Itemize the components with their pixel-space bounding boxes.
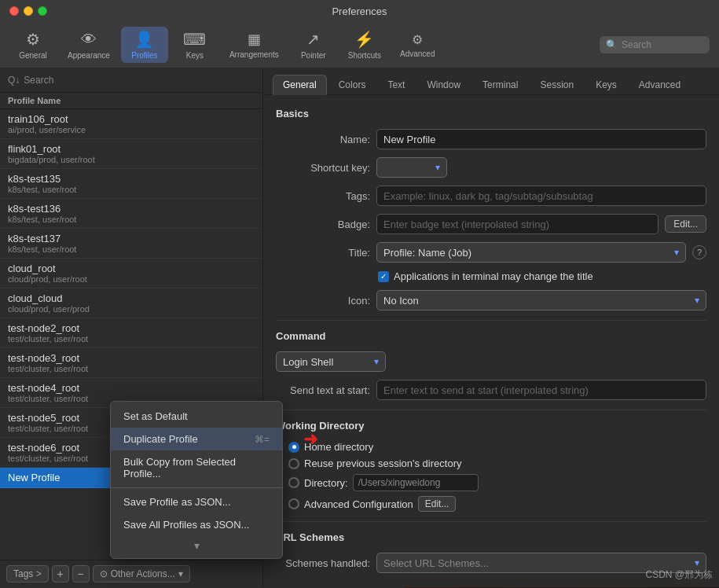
toolbar-search[interactable]: 🔍 [600, 36, 710, 53]
send-text-input[interactable] [376, 380, 706, 400]
icon-label: Icon: [276, 295, 370, 307]
close-button[interactable] [9, 6, 19, 16]
toolbar-item-shortcuts[interactable]: ⚡ Shortcuts [340, 27, 389, 63]
toolbar-label-arrangements: Arrangements [229, 50, 279, 59]
minus-icon: − [78, 568, 84, 580]
menu-item-bulk-copy[interactable]: Bulk Copy from Selected Profile... [111, 450, 282, 485]
profile-name: test-node2_root [8, 322, 255, 334]
list-item[interactable]: test-node3_root test/cluster, user/root [0, 348, 262, 378]
home-dir-row: Home directory [288, 441, 706, 453]
toolbar-label-shortcuts: Shortcuts [348, 51, 381, 60]
list-item[interactable]: test-node2_root test/cluster, user/root [0, 318, 262, 348]
tab-window[interactable]: Window [416, 75, 471, 94]
menu-item-save-all-json[interactable]: Save All Profiles as JSON... [111, 513, 282, 536]
title-value: Profile: Name (Job) [383, 247, 471, 259]
other-actions-button[interactable]: ⊙ Other Actions... ▾ [93, 565, 190, 582]
other-actions-label: Other Actions... [111, 568, 175, 579]
sidebar-search-bar: Q↓ [0, 68, 262, 93]
toolbar-item-appearance[interactable]: 👁 Appearance [60, 28, 118, 63]
tab-terminal[interactable]: Terminal [472, 75, 528, 94]
toolbar-label-keys: Keys [186, 51, 204, 60]
title-change-checkbox[interactable]: ✓ [378, 271, 389, 282]
profile-list-header: Profile Name [0, 93, 262, 109]
badge-input[interactable] [376, 214, 658, 234]
url-schemes-row: Schemes handled: Select URL Schemes... ▾ [276, 553, 706, 573]
tags-input[interactable] [376, 186, 706, 206]
badge-row: Badge: Edit... [276, 214, 706, 234]
directory-input[interactable] [353, 474, 479, 491]
toolbar-label-pointer: Pointer [301, 51, 326, 60]
menu-item-set-default[interactable]: Set as Default [111, 405, 282, 428]
search-input[interactable] [622, 39, 703, 50]
reuse-session-row: Reuse previous session's directory [288, 458, 706, 469]
advanced-conf-label: Advanced Configuration [304, 498, 413, 510]
maximize-button[interactable] [38, 6, 47, 16]
tab-text[interactable]: Text [377, 75, 415, 94]
toolbar-item-advanced[interactable]: ⚙ Advanced [392, 29, 442, 61]
tab-general[interactable]: General [273, 75, 327, 95]
list-item[interactable]: flink01_root bigdata/prod, user/root [0, 139, 262, 169]
profile-subtitle: cloud/prod, user/root [8, 274, 255, 284]
reuse-session-radio[interactable] [288, 458, 299, 469]
tab-colors[interactable]: Colors [328, 75, 376, 94]
profile-subtitle: bigdata/prod, user/root [8, 155, 255, 164]
title-help-button[interactable]: ? [692, 245, 706, 259]
icon-select[interactable]: No Icon ▾ [376, 290, 706, 311]
bulk-copy-label: Bulk Copy from Selected Profile... [123, 456, 270, 480]
toolbar-item-pointer[interactable]: ↗ Pointer [290, 27, 337, 63]
sidebar-search-input[interactable] [24, 75, 255, 86]
remove-profile-button[interactable]: − [72, 565, 90, 582]
shortcut-select[interactable]: ▾ [376, 157, 447, 178]
keys-icon: ⌨ [183, 30, 206, 49]
profile-subtitle: k8s/test, user/root [8, 244, 255, 254]
menu-item-duplicate[interactable]: Duplicate Profile ⌘= ➜ [111, 428, 282, 450]
toolbar-item-arrangements[interactable]: ▦ Arrangements [222, 28, 287, 62]
send-text-label: Send text at start: [276, 384, 370, 396]
directory-radio[interactable] [288, 477, 299, 488]
tab-advanced[interactable]: Advanced [629, 75, 691, 94]
login-shell-select[interactable]: Login Shell ▾ [276, 351, 386, 372]
name-label: Name: [276, 134, 370, 145]
profile-name: k8s-test135 [8, 173, 255, 185]
menu-item-save-json[interactable]: Save Profile as JSON... [111, 491, 282, 513]
profile-subtitle: ai/prod, user/service [8, 125, 255, 134]
command-row: Login Shell ▾ [276, 351, 706, 372]
list-item[interactable]: train106_root ai/prod, user/service [0, 109, 262, 139]
title-select[interactable]: Profile: Name (Job) ▾ [376, 242, 686, 263]
basics-section-title: Basics [276, 108, 706, 119]
window-title: Preferences [332, 6, 387, 17]
add-profile-button[interactable]: + [52, 565, 69, 582]
name-input[interactable] [376, 129, 706, 149]
tab-session[interactable]: Session [530, 75, 584, 94]
working-dir-section-title: Working Directory [276, 420, 706, 432]
tags-row: Tags: [276, 186, 706, 206]
tags-button[interactable]: Tags > [6, 565, 49, 582]
minimize-button[interactable] [24, 6, 33, 16]
toolbar-item-keys[interactable]: ⌨ Keys [171, 27, 218, 63]
send-text-row: Send text at start: [276, 380, 706, 400]
advanced-conf-edit-button[interactable]: Edit... [418, 496, 457, 512]
list-item[interactable]: cloud_cloud cloud/prod, user/prod [0, 288, 262, 318]
titlebar: Preferences [0, 0, 719, 22]
tab-keys[interactable]: Keys [585, 75, 627, 94]
other-actions-circle-icon: ⊙ [100, 568, 108, 579]
toolbar-item-profiles[interactable]: 👤 Profiles [121, 27, 168, 63]
url-schemes-placeholder: Select URL Schemes... [383, 557, 489, 569]
list-item[interactable]: k8s-test135 k8s/test, user/root [0, 169, 262, 199]
advanced-conf-radio[interactable] [288, 498, 299, 509]
list-item[interactable]: k8s-test137 k8s/test, user/root [0, 229, 262, 259]
profile-subtitle: test/cluster, user/root [8, 334, 255, 344]
title-row: Title: Profile: Name (Job) ▾ ? [276, 242, 706, 263]
login-shell-chevron-icon: ▾ [374, 356, 379, 367]
list-item[interactable]: k8s-test136 k8s/test, user/root [0, 199, 262, 229]
toolbar-item-general[interactable]: ⚙ General [9, 27, 57, 63]
home-dir-radio[interactable] [288, 442, 299, 453]
login-shell-value: Login Shell [283, 356, 333, 368]
profiles-icon: 👤 [134, 30, 154, 49]
badge-edit-button[interactable]: Edit... [665, 215, 706, 233]
directory-label: Directory: [304, 477, 348, 489]
list-item[interactable]: cloud_root cloud/prod, user/root [0, 259, 262, 288]
toolbar-label-profiles: Profiles [131, 51, 157, 60]
profile-name: k8s-test137 [8, 233, 255, 244]
panel-content: Basics Name: Shortcut key: ▾ Tags: Badge… [263, 95, 719, 587]
